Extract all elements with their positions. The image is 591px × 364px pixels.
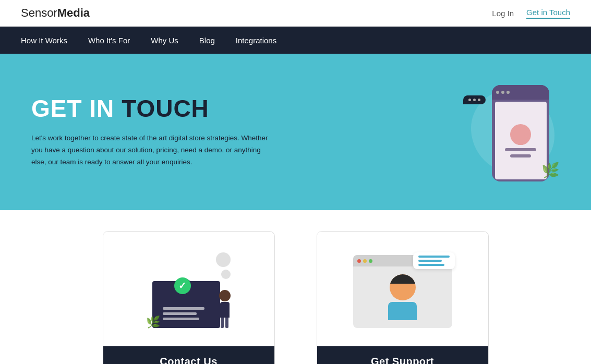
hero-description: Let's work together to create state of t…	[31, 132, 276, 168]
phone-avatar-body	[513, 135, 528, 145]
chat-bubble	[463, 95, 486, 104]
env-line-3	[163, 318, 199, 320]
phone-dot-2	[501, 91, 504, 94]
get-support-illustration	[317, 232, 488, 346]
person-leg-left	[221, 318, 224, 328]
hero-title: GET IN TOUCH	[31, 95, 276, 122]
person-figure	[219, 290, 231, 328]
phone-bar-1	[505, 148, 536, 151]
header-nav: Log In Get in Touch	[492, 8, 570, 19]
chat-dot-2	[473, 99, 476, 101]
nav-who-its-for[interactable]: Who It's For	[88, 28, 130, 53]
phone-top-bar	[492, 85, 549, 100]
speech-line-3	[418, 264, 444, 266]
browser-dot-yellow	[363, 259, 367, 263]
email-illustration: ✓ 🌿	[137, 245, 241, 333]
plant-decoration-left: 🌿	[146, 316, 160, 329]
person-legs	[221, 318, 228, 328]
hero-title-dark: TOUCH	[122, 95, 209, 122]
get-support-button[interactable]: Get Support	[317, 346, 488, 364]
contact-us-illustration: ✓ 🌿	[103, 232, 274, 346]
env-line-2	[163, 312, 197, 315]
main-navbar: How It Works Who It's For Why Us Blog In…	[0, 27, 591, 54]
nav-integrations[interactable]: Integrations	[236, 28, 276, 53]
env-line-1	[163, 307, 204, 310]
speech-line-2	[418, 260, 442, 262]
support-illustration	[345, 242, 460, 336]
get-in-touch-link[interactable]: Get in Touch	[526, 8, 570, 19]
header: SensorMedia Log In Get in Touch	[0, 0, 591, 27]
chat-dot-1	[468, 99, 471, 101]
browser-dot-red	[357, 259, 361, 263]
hero-section: GET IN TOUCH Let's work together to crea…	[0, 54, 591, 210]
envelope: ✓	[152, 281, 220, 328]
bubble-large	[216, 252, 231, 267]
person-head	[219, 290, 231, 301]
bubble-decoration	[216, 252, 231, 279]
support-avatar	[388, 274, 417, 320]
speech-line-1	[418, 256, 450, 258]
browser-dot-green	[369, 259, 372, 263]
support-body	[388, 302, 417, 320]
contact-us-button[interactable]: Contact Us	[103, 346, 274, 364]
envelope-lines	[163, 307, 204, 320]
phone-bar-2	[510, 154, 531, 157]
phone-avatar	[510, 124, 531, 145]
chat-dot-3	[478, 99, 480, 101]
phone-screen	[495, 102, 547, 179]
browser-content	[353, 266, 452, 328]
logo: SensorMedia	[21, 6, 90, 20]
logo-bold: Media	[57, 6, 90, 19]
nav-blog[interactable]: Blog	[199, 28, 215, 53]
login-link[interactable]: Log In	[492, 9, 514, 18]
check-badge: ✓	[174, 277, 191, 294]
support-head	[390, 274, 416, 300]
support-hair	[390, 274, 416, 284]
nav-why-us[interactable]: Why Us	[151, 28, 178, 53]
cards-section: ✓ 🌿 Contact Us	[0, 210, 591, 364]
hero-title-highlight: GET IN	[31, 95, 114, 122]
speech-bubble	[413, 252, 455, 269]
nav-how-it-works[interactable]: How It Works	[21, 28, 67, 53]
contact-us-card: ✓ 🌿 Contact Us	[103, 231, 275, 364]
phone-dot-3	[506, 91, 510, 94]
hero-text: GET IN TOUCH Let's work together to crea…	[31, 95, 276, 168]
logo-light: Sensor	[21, 6, 57, 19]
phone-body	[492, 85, 549, 181]
bubble-small	[221, 270, 231, 279]
phone-dot-1	[496, 91, 499, 94]
person-body	[220, 302, 230, 318]
plant-icon: 🌿	[541, 162, 560, 179]
get-support-card: Get Support	[317, 231, 489, 364]
person-leg-right	[225, 318, 228, 328]
hero-phone-illustration: 🌿	[461, 80, 560, 184]
